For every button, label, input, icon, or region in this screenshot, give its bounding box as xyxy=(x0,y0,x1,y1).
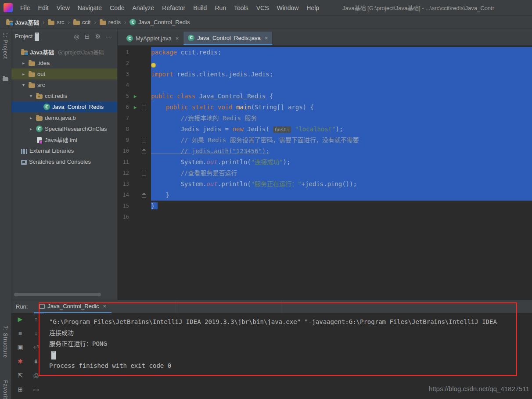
gutter xyxy=(131,168,151,179)
intention-bulb-icon[interactable] xyxy=(151,63,156,68)
run-tab-java-control-redis[interactable]: Java_Control_Redic xyxy=(34,300,111,313)
tree-item-external-libraries[interactable]: External Libraries xyxy=(11,145,117,156)
menu-item-vcs[interactable]: VCS xyxy=(252,4,273,11)
gutter xyxy=(131,201,151,212)
tree-item-idea[interactable]: ▸.idea xyxy=(11,58,117,68)
menu-item-build[interactable]: Build xyxy=(189,4,211,11)
gutter xyxy=(131,190,151,201)
breadcrumb-item-ccit[interactable]: ccit xyxy=(73,19,91,25)
code-line[interactable]: 16 xyxy=(118,212,532,223)
chevron-down-icon xyxy=(35,32,39,41)
menu-item-file[interactable]: File xyxy=(16,4,34,11)
clear-all-icon[interactable]: ▭ xyxy=(33,386,39,393)
tree-item-specialresearchonclas[interactable]: ▸SpecialResearchOnClas xyxy=(11,123,117,134)
tree-item-java-iml[interactable]: Java基础.iml xyxy=(11,134,117,145)
tree-item-demo-java-b[interactable]: ▸demo.java.b xyxy=(11,112,117,123)
tree-item-java-control-redis[interactable]: Java_Control_Redis xyxy=(11,101,117,112)
line-number: 15 xyxy=(118,201,131,212)
horizontal-scrollbar[interactable] xyxy=(14,293,101,296)
window-title: Java基础 [G:\project\Java基础] - ...\src\cci… xyxy=(342,4,532,12)
gutter-mark-icon xyxy=(142,105,146,110)
menu-item-tools[interactable]: Tools xyxy=(230,4,252,11)
project-tree: Java基础G:\project\Java基础▸.idea▸out▾src▾cc… xyxy=(11,44,117,167)
stop-icon[interactable]: ■ xyxy=(18,330,22,337)
breadcrumb-item-java-control-redis[interactable]: Java_Control_Redis xyxy=(129,19,190,25)
gutter-mark-icon xyxy=(142,171,146,176)
tree-item-scratches-and-consoles[interactable]: Scratches and Consoles xyxy=(11,156,117,167)
toolwindow-project-button[interactable]: 1: Project xyxy=(2,32,8,59)
console-line: 服务正在运行：PONG xyxy=(49,338,532,349)
menu-item-window[interactable]: Window xyxy=(273,4,303,11)
code-line[interactable]: 1package ccit.redis; xyxy=(118,47,532,58)
code-line[interactable]: 5▶public class Java_Control_Redis { xyxy=(118,91,532,102)
menu-item-help[interactable]: Help xyxy=(302,4,323,11)
breadcrumb-separator-icon: › xyxy=(124,19,126,25)
menu-item-refactor[interactable]: Refactor xyxy=(158,4,189,11)
scroll-to-end-icon[interactable]: ⇟ xyxy=(33,358,39,365)
code-line[interactable]: 7 //连接本地的 Redis 服务 xyxy=(118,113,532,124)
collapse-all-icon[interactable]: ⊟ xyxy=(85,33,90,40)
line-number: 7 xyxy=(118,113,131,124)
folder-icon xyxy=(29,61,35,66)
close-tab-icon[interactable] xyxy=(176,35,179,42)
tree-item-src[interactable]: ▾src xyxy=(11,79,117,90)
chevron-right-icon[interactable]: ▸ xyxy=(28,126,34,131)
code-line[interactable]: 6▶ public static void main(String[] args… xyxy=(118,102,532,113)
tree-item-java[interactable]: Java基础G:\project\Java基础 xyxy=(11,47,117,58)
toolwindow-structure-button[interactable]: 7: Structure xyxy=(2,326,8,358)
tree-item-ccit-redis[interactable]: ▾ccit.redis xyxy=(11,90,117,101)
console-line: 连接成功 xyxy=(49,327,532,338)
pin-tab-icon[interactable]: ⊞ xyxy=(18,386,23,393)
toolwindow-favorites-button[interactable]: Favorites xyxy=(2,380,8,399)
chevron-right-icon[interactable]: ▸ xyxy=(28,115,34,120)
code-line[interactable]: 9 // 如果 Redis 服务设置了密码，需要下面进行，没有就不需要 xyxy=(118,135,532,146)
editor-tab-java-control-redis-java[interactable]: Java_Control_Redis.java xyxy=(183,32,273,45)
hide-panel-icon[interactable]: — xyxy=(106,33,112,40)
breadcrumb-item-java[interactable]: Java基础 xyxy=(6,18,39,26)
rerun-icon[interactable]: ▶ xyxy=(18,316,23,323)
code-lines: 1package ccit.redis;23import redis.clien… xyxy=(118,47,532,223)
restore-layout-icon[interactable]: ⇱ xyxy=(18,372,23,379)
soft-wrap-icon[interactable]: ⏎ xyxy=(33,344,39,351)
close-tab-icon[interactable] xyxy=(103,303,107,309)
chevron-down-icon[interactable]: ▾ xyxy=(28,93,34,98)
menu-item-code[interactable]: Code xyxy=(106,4,128,11)
close-tab-icon[interactable] xyxy=(265,35,268,41)
code-line[interactable]: 2 xyxy=(118,58,532,69)
code-line[interactable]: 10 // jedis.auth("123456"); xyxy=(118,146,532,157)
print-icon[interactable]: ⎙ xyxy=(33,372,38,379)
menu-item-edit[interactable]: Edit xyxy=(34,4,53,11)
line-number: 3 xyxy=(118,69,131,80)
project-view-selector[interactable]: Project xyxy=(15,32,39,41)
breadcrumb-item-src[interactable]: src xyxy=(48,19,64,25)
run-line-icon[interactable]: ▶ xyxy=(134,94,137,99)
code-line[interactable]: 15} xyxy=(118,201,532,212)
code-line[interactable]: 8 Jedis jedis = new Jedis( host: "localh… xyxy=(118,124,532,135)
package-icon xyxy=(36,94,43,99)
tree-item-out[interactable]: ▸out xyxy=(11,68,117,79)
code-line[interactable]: 3import redis.clients.jedis.Jedis; xyxy=(118,69,532,80)
chevron-right-icon[interactable]: ▸ xyxy=(21,61,26,65)
chevron-right-icon[interactable]: ▸ xyxy=(21,72,26,76)
code-editor[interactable]: 1package ccit.redis;23import redis.clien… xyxy=(118,46,532,300)
up-stack-trace-icon[interactable]: ↑ xyxy=(35,316,38,323)
chevron-down-icon[interactable]: ▾ xyxy=(21,83,26,87)
breadcrumb-separator-icon: › xyxy=(94,19,96,25)
down-stack-trace-icon[interactable]: ↓ xyxy=(35,330,38,337)
code-line[interactable]: 4 xyxy=(118,80,532,91)
run-line-icon[interactable]: ▶ xyxy=(134,105,137,110)
code-line[interactable]: 14 } xyxy=(118,190,532,201)
code-line[interactable]: 11 System.out.println("连接成功"); xyxy=(118,157,532,168)
menu-item-analyze[interactable]: Analyze xyxy=(129,4,158,11)
breadcrumb-item-redis[interactable]: redis xyxy=(100,19,121,25)
code-line[interactable]: 13 System.out.println("服务正在运行："+jedis.pi… xyxy=(118,179,532,190)
kill-process-icon[interactable]: ✱ xyxy=(18,358,23,365)
editor-tab-myapplet-java[interactable]: MyApplet.java xyxy=(122,32,183,45)
menu-item-run[interactable]: Run xyxy=(211,4,230,11)
dump-threads-icon[interactable]: ▣ xyxy=(17,344,23,351)
menu-item-navigate[interactable]: Navigate xyxy=(74,4,106,11)
menu-item-view[interactable]: View xyxy=(53,4,74,11)
locate-file-icon[interactable]: ◎ xyxy=(74,33,79,40)
code-line[interactable]: 12 //查看服务是否运行 xyxy=(118,168,532,179)
settings-icon[interactable]: ⚙ xyxy=(95,33,101,40)
